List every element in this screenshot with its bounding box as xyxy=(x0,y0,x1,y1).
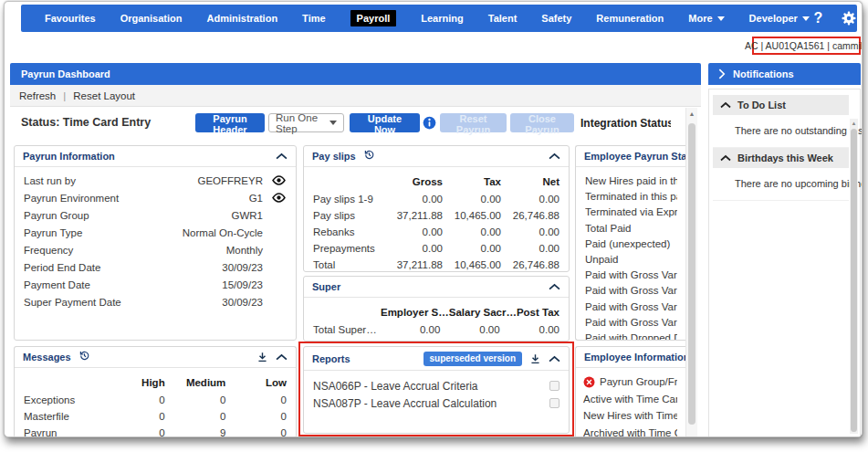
cell-value: 0.00 xyxy=(501,243,559,254)
reset-layout-link[interactable]: Reset Layout xyxy=(73,90,135,101)
report-name: NSA066P - Leave Accrual Criteria xyxy=(313,380,478,393)
run-one-step-value: Run One Step xyxy=(276,112,329,134)
scrollbar-thumb[interactable] xyxy=(688,123,695,425)
column-header-net: Net xyxy=(501,176,559,187)
nav-item-safety[interactable]: Safety xyxy=(541,13,571,24)
field-label: Period End Date xyxy=(24,262,100,273)
payrun-info-row-last-run-by: Last run byGEOFFREYR xyxy=(24,172,287,189)
cell-value: 0.00 xyxy=(501,194,559,205)
cell-value: 0.00 xyxy=(443,194,501,205)
notifications-header[interactable]: Notifications xyxy=(708,63,861,85)
info-icon[interactable] xyxy=(423,116,436,130)
refresh-link[interactable]: Refresh xyxy=(19,90,56,101)
field-value: GEOFFREYR xyxy=(76,175,263,186)
panel-reports: Reports superseded version NSA066P - Lea… xyxy=(303,346,570,434)
panel-title: Employee Payrun Statistics xyxy=(584,151,686,162)
row-label: Masterfile xyxy=(24,411,104,422)
notification-section-birthdays-this-week[interactable]: Birthdays this Week xyxy=(713,148,849,168)
cell-value: 0.00 xyxy=(500,324,559,335)
nav-item-developer[interactable]: Developer xyxy=(749,13,810,24)
reset-payrun-button[interactable]: Reset Payrun xyxy=(440,113,507,132)
panel-employee-information: Employee Information Payrun Group/Freque… xyxy=(575,346,686,437)
row-label: Pay slips 1-9 xyxy=(313,194,384,205)
eye-icon[interactable] xyxy=(263,175,287,185)
page-title: Payrun Dashboard xyxy=(21,68,110,79)
notification-section-to-do-list[interactable]: To Do List xyxy=(713,95,849,115)
collapse-chevron-icon[interactable] xyxy=(549,283,560,290)
collapse-chevron-icon[interactable] xyxy=(276,152,288,160)
employee-info-row-payrun-group-frequen: Payrun Group/Frequen xyxy=(583,373,677,391)
employee-info-label: Archived with Time Card E xyxy=(583,427,677,437)
panel-payrun-information-header: Payrun Information xyxy=(15,146,296,167)
panel-pay-slips-header: Pay slips xyxy=(304,146,569,167)
run-one-step-dropdown[interactable]: Run One Step xyxy=(268,113,344,132)
cell-value: 0.00 xyxy=(384,194,443,205)
column-header-low: Low xyxy=(225,377,287,388)
payrun-header-button[interactable]: Payrun Header xyxy=(195,113,265,132)
payrun-information-rows: Last run byGEOFFREYRPayrun EnvironmentG1… xyxy=(15,167,296,310)
download-icon[interactable] xyxy=(529,352,541,365)
nav-item-payroll[interactable]: Payroll xyxy=(350,10,397,26)
nav-item-time[interactable]: Time xyxy=(302,13,325,24)
row-label: Total Super… xyxy=(313,324,381,335)
dashboard-linkbar: Refresh | Reset Layout xyxy=(10,85,701,107)
update-now-button[interactable]: Update Now xyxy=(350,113,420,132)
report-row-nsa087p: NSA087P - Leave Accrual Calculation xyxy=(313,394,559,412)
stat-row-paid-with-gross-variance-w: Paid with Gross Variance W xyxy=(585,268,677,283)
chevron-down-icon xyxy=(802,16,810,21)
column-header-medium: Medium xyxy=(165,377,226,388)
link-separator: | xyxy=(63,90,66,101)
payrun-info-row-frequency: FrequencyMonthly xyxy=(24,241,287,258)
nav-item-favourites[interactable]: Favourites xyxy=(45,13,96,24)
nav-item-remuneration[interactable]: Remuneration xyxy=(596,13,664,24)
stat-row-paid-with-gross-variance-o: Paid with Gross Variance o xyxy=(585,315,677,331)
messages-row-payrun: Payrun090 xyxy=(24,425,287,437)
stat-row-new-hires-paid-in-this-payr: New Hires paid in this payr xyxy=(585,173,677,189)
app-window: FavouritesOrganisationAdministrationTime… xyxy=(4,1,863,437)
panel-super: Super Employer S…Salary Sacr…Post TaxTot… xyxy=(303,276,570,342)
notifications-body: To Do ListThere are no outstanding tasks… xyxy=(708,89,861,437)
panel-title: Pay slips xyxy=(312,151,356,162)
status-toolbar: Status: Time Card Entry Payrun Header Ru… xyxy=(10,107,685,141)
nav-item-administration[interactable]: Administration xyxy=(206,13,277,24)
collapse-chevron-icon[interactable] xyxy=(549,152,560,160)
report-checkbox[interactable] xyxy=(549,398,559,408)
employee-information-rows: Payrun Group/FrequenActive with Time Car… xyxy=(576,368,686,437)
panel-messages-header: Messages xyxy=(15,347,296,368)
pay-slips-column-headers: GrossTaxNet xyxy=(313,172,559,191)
help-icon[interactable]: ? xyxy=(810,10,827,27)
cell-value: 0.00 xyxy=(440,324,499,335)
stat-row-paid-with-gross-variance-o: Paid with Gross Variance o xyxy=(585,283,677,299)
main-scrollbar[interactable]: ▲ xyxy=(685,108,697,437)
cell-value: 0.00 xyxy=(443,243,501,254)
payrun-info-row-payrun-group: Payrun GroupGWR1 xyxy=(24,206,287,224)
cell-value: 0 xyxy=(104,394,165,405)
scroll-up-arrow-icon[interactable]: ▲ xyxy=(686,108,697,120)
close-payrun-button[interactable]: Close Payrun xyxy=(510,113,574,132)
sidebar-scroll-up-icon[interactable]: ▲ xyxy=(850,119,858,128)
settings-gear-icon[interactable] xyxy=(841,10,858,27)
panel-employee-information-header: Employee Information xyxy=(576,347,686,368)
stat-row-paid-with-gross-variance-w: Paid with Gross Variance W xyxy=(585,300,677,315)
collapse-chevron-icon[interactable] xyxy=(276,353,288,361)
sidebar-scrollbar-thumb[interactable] xyxy=(851,129,857,432)
nav-item-talent[interactable]: Talent xyxy=(488,13,518,24)
collapse-chevron-icon[interactable] xyxy=(549,355,560,363)
cell-value: 26,746.88 xyxy=(501,259,559,270)
reports-list: NSA066P - Leave Accrual CriteriaNSA087P … xyxy=(304,371,569,412)
eye-icon[interactable] xyxy=(263,193,287,203)
sidebar-scrollbar[interactable]: ▲ xyxy=(850,119,858,434)
notification-sections: To Do ListThere are no outstanding tasks… xyxy=(713,95,849,201)
report-checkbox[interactable] xyxy=(549,381,559,391)
super-row-total-super: Total Super…0.000.000.00 xyxy=(313,321,559,338)
cell-value: 26,746.88 xyxy=(501,210,559,221)
section-title: To Do List xyxy=(737,100,786,110)
nav-item-learning[interactable]: Learning xyxy=(421,13,463,24)
nav-item-more[interactable]: More xyxy=(688,13,724,24)
panel-reports-header: Reports superseded version xyxy=(304,347,569,371)
nav-item-organisation[interactable]: Organisation xyxy=(120,13,183,24)
panel-title: Payrun Information xyxy=(23,151,115,162)
row-label: Total xyxy=(313,259,384,270)
download-icon[interactable] xyxy=(256,351,268,363)
row-label: Exceptions xyxy=(24,394,104,405)
